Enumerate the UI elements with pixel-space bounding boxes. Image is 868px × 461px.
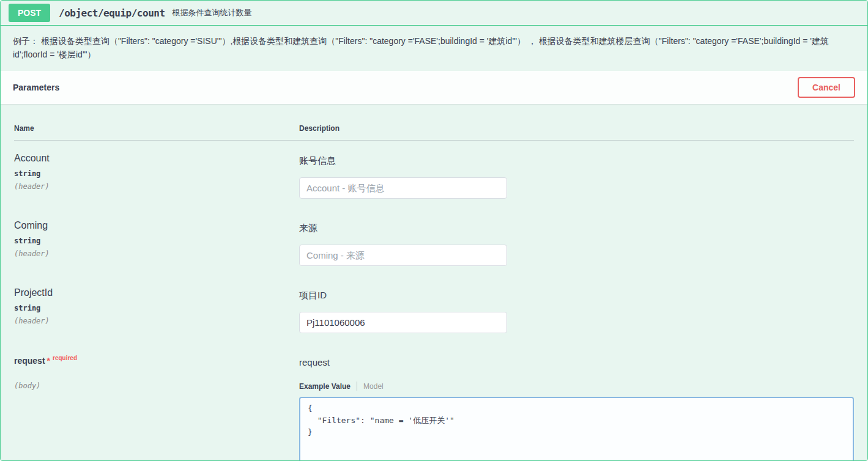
param-location: (header) [14, 182, 287, 191]
param-type: string [14, 169, 287, 178]
required-asterisk: * [47, 356, 50, 366]
cancel-button[interactable]: Cancel [798, 77, 855, 98]
tab-model[interactable]: Model [363, 382, 384, 391]
endpoint-summary: 根据条件查询统计数量 [172, 7, 252, 18]
tab-separator [357, 382, 357, 391]
param-name: Account [14, 153, 287, 164]
projectid-input[interactable] [299, 312, 507, 333]
param-location: (body) [14, 382, 287, 390]
param-location: (header) [14, 317, 287, 325]
param-type: string [14, 304, 287, 312]
tab-example-value[interactable]: Example Value [299, 382, 351, 391]
param-row-request: request*required (body) request Example … [14, 342, 854, 461]
param-description: request [299, 357, 854, 367]
account-input[interactable] [299, 177, 507, 199]
endpoint-path: /object/equip/count [59, 7, 165, 19]
param-description: 项目ID [299, 290, 854, 301]
api-operation-block: POST /object/equip/count 根据条件查询统计数量 例子： … [0, 0, 868, 461]
param-type: string [14, 237, 287, 245]
column-header-name: Name [14, 124, 299, 133]
coming-input[interactable] [299, 245, 507, 266]
param-description: 来源 [299, 223, 854, 234]
parameters-table: Name Description Account string (header)… [1, 104, 867, 461]
param-name: ProjectId [14, 287, 287, 298]
request-body-textarea[interactable]: { "Filters": "name = '低压开关'" } [299, 397, 854, 461]
param-description: 账号信息 [299, 155, 854, 167]
param-row-coming: Coming string (header) 来源 [14, 208, 854, 275]
param-row-projectid: ProjectId string (header) 项目ID [14, 275, 854, 342]
param-row-account: Account string (header) 账号信息 [14, 141, 854, 208]
parameters-title: Parameters [13, 83, 59, 92]
column-header-description: Description [299, 124, 854, 133]
http-method-badge: POST [9, 4, 50, 22]
operation-description: 例子： 根据设备类型查询（"Filters": "category ='SISU… [1, 26, 867, 71]
operation-summary[interactable]: POST /object/equip/count 根据条件查询统计数量 [1, 1, 867, 26]
param-name: request [14, 356, 45, 366]
body-tabs: Example Value Model [299, 382, 854, 391]
param-name: Coming [14, 220, 287, 231]
table-header-row: Name Description [14, 116, 854, 141]
parameters-section-header: Parameters Cancel [1, 71, 867, 104]
param-name-required: request*required [14, 355, 287, 366]
required-label: required [53, 355, 77, 361]
param-location: (header) [14, 249, 287, 258]
